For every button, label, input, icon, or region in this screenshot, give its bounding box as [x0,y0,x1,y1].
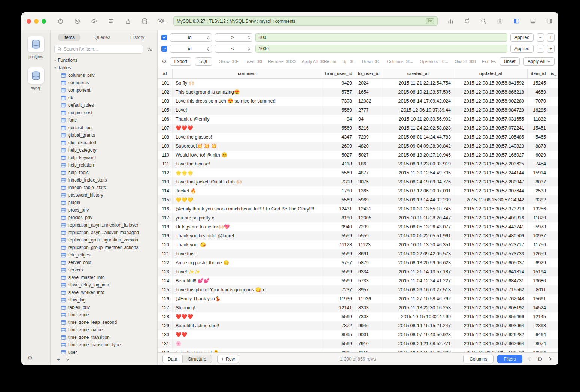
cell-updated-at[interactable]: 2015-12-08 15:30:57.307644 [454,186,528,195]
sidebar-table-item[interactable]: proxies_priv [51,214,157,221]
cell-is[interactable] [549,321,558,330]
database-icon[interactable] [141,18,148,25]
cell-id[interactable]: 102 [158,88,173,97]
cell-is[interactable] [549,142,558,151]
cell-is[interactable] [549,303,558,312]
table-row[interactable]: 105 Love! 5569 2777 2015-12-06 10:37:39.… [158,106,558,115]
cell-comment[interactable]: Thank you! 😘 [173,240,322,249]
next-page-icon[interactable] [547,356,554,362]
tab-queries[interactable]: Queries [89,34,115,41]
cell-comment[interactable]: So fly 🙌🏻 [173,79,322,88]
cell-created-at[interactable]: 2015-09-04 09:28:30.842 [382,142,454,151]
cell-id[interactable]: 114 [158,186,173,195]
cell-item-id[interactable]: 6029 [528,151,549,159]
filter-operator-select[interactable]: > [215,33,252,42]
cell-comment[interactable]: ❤️❤️❤️ [173,124,322,133]
cell-from-user-id[interactable]: 12141 [322,303,355,312]
cell-comment[interactable]: Love this dress so much 😍 so nice for su… [173,97,322,106]
cell-comment[interactable]: you are so pretty x [173,213,322,222]
cell-created-at[interactable]: 2015-10-11 20:39:56.992 [382,115,454,124]
cell-to-user-id[interactable]: 4118 [355,348,382,352]
cell-updated-at[interactable]: 2015-12-08 15:30:57.072241 [454,124,528,133]
cell-to-user-id[interactable]: 12431 [355,204,382,213]
cell-to-user-id[interactable]: 7239 [355,222,382,231]
cell-item-id[interactable]: 16285 [528,106,549,115]
cell-updated-at[interactable]: 2015-12-08 15:30:57.34342 [454,195,528,204]
table-row[interactable]: 130 ❤️❤️ 8995 9001 2015-08-07 19:43:50.9… [158,330,558,339]
sidebar-table-item[interactable]: innodb_index_stats [51,176,157,184]
cell-comment[interactable]: @Emily Thank you💃 [173,294,322,303]
sidebar-table-item[interactable]: time_zone [51,311,157,319]
cell-updated-at[interactable]: 2015-12-08 15:30:57.280947 [454,177,528,186]
cell-from-user-id[interactable]: 11123 [322,240,355,249]
cell-id[interactable]: 128 [158,312,173,321]
cell-updated-at[interactable]: 2015-12-08 15:30:57.523717 [454,240,528,249]
cell-comment[interactable]: Love the blouse! [173,159,322,168]
cell-comment[interactable]: This background is amazing😍 [173,88,322,97]
cell-from-user-id[interactable]: 5569 [322,276,355,285]
cell-comment[interactable]: @emily thank you soooo much beautiful!!!… [173,204,322,213]
cell-from-user-id[interactable]: 4347 [322,133,355,142]
cell-created-at[interactable]: 2015-10-30 13:55:18.745 [382,204,454,213]
table-row[interactable]: 122 Amazing pastel theme 😊 5757 5879 201… [158,258,558,267]
cell-id[interactable]: 130 [158,330,173,339]
cell-from-user-id[interactable]: 5569 [322,106,355,115]
cell-comment[interactable]: Supercool💥 💥 💥 [173,142,322,151]
cell-from-user-id[interactable]: 5569 [322,195,355,204]
sidebar-table-item[interactable]: time_zone_transition [51,334,157,341]
connect-icon[interactable] [57,18,64,25]
cell-updated-at[interactable]: 2015-12-08 15:30:57.480509 [454,231,528,240]
cell-item-id[interactable]: 14524 [528,303,549,312]
cell-from-user-id[interactable]: 5569 [322,339,355,348]
cell-is[interactable] [549,276,558,285]
sidebar-table-item[interactable]: tables_priv [51,304,157,311]
table-row[interactable]: 118 Ur legs are to die for🙌🏻💖 9940 7239 … [158,222,558,231]
cell-from-user-id[interactable]: 8995 [322,348,355,352]
settings-gear-icon[interactable]: ⚙ [21,354,33,361]
preview-eye-icon[interactable] [90,18,98,25]
table-row[interactable]: 126 @Emily Thank you💃 11936 11936 2015-1… [158,294,558,303]
cell-id[interactable]: 131 [158,339,173,348]
sql-button[interactable]: SQL [195,57,212,66]
cell-id[interactable]: 124 [158,276,173,285]
cell-updated-at[interactable]: 2015-12-08 15:30:57.408816 [454,213,528,222]
cell-to-user-id[interactable]: 3075 [355,177,382,186]
cell-updated-at[interactable]: 2015-12-08 15:30:56.841592 [454,79,528,88]
cell-created-at[interactable]: 2015-11-13 22:30:16.253 [382,303,454,312]
cell-item-id[interactable]: 7070 [528,97,549,106]
sidebar-table-item[interactable]: innodb_table_stats [51,184,157,191]
table-row[interactable]: 127 Stunning! 12141 8303 2015-11-13 22:3… [158,303,558,312]
remove-filter-button[interactable]: − [537,45,544,53]
cell-is[interactable] [549,222,558,231]
cell-is[interactable] [549,133,558,142]
cell-item-id[interactable]: 11756 [528,240,549,249]
cell-to-user-id[interactable]: 6334 [355,267,382,276]
cell-id[interactable]: 108 [158,133,173,142]
filter-applied-button[interactable]: Applied [510,45,534,53]
cell-is[interactable] [549,195,558,204]
unset-button[interactable]: Unset [500,57,520,66]
cell-created-at[interactable]: 2015-10-11 13:20:46.351 [382,240,454,249]
cell-updated-at[interactable]: 2015-12-08 15:30:57.808192 [454,303,528,312]
sidebar-table-item[interactable]: time_zone_transition_type [51,341,157,349]
cell-item-id[interactable]: 13256 [528,204,549,213]
table-row[interactable]: 119 Thank you beautiful @laurel 5559 555… [158,231,558,240]
sidebar-table-item[interactable]: procs_priv [51,206,157,214]
add-filter-button[interactable]: + [547,33,555,42]
cell-from-user-id[interactable]: 5559 [322,231,355,240]
filter-enabled-checkbox[interactable] [161,46,167,52]
previous-page-icon[interactable] [526,356,533,362]
cell-updated-at[interactable]: 2015-12-08 15:30:57.962664 [454,339,528,348]
connection-postgres[interactable]: postgres [27,36,45,59]
cell-item-id[interactable]: 15245 [528,79,549,88]
sidebar-table-item[interactable]: time_zone_name [51,326,157,334]
cell-comment[interactable]: 🌸 [173,339,322,348]
cell-updated-at[interactable]: 2015-12-08 15:30:57.443741 [454,222,528,231]
cell-to-user-id[interactable]: 4877 [355,168,382,177]
filters-button[interactable]: Filters [497,355,522,363]
cell-from-user-id[interactable]: 5569 [322,168,355,177]
sidebar-table-item[interactable]: help_relation [51,161,157,169]
export-button[interactable]: Export [170,57,191,66]
search-icon[interactable] [480,18,487,25]
add-item-dropdown[interactable] [63,356,72,363]
